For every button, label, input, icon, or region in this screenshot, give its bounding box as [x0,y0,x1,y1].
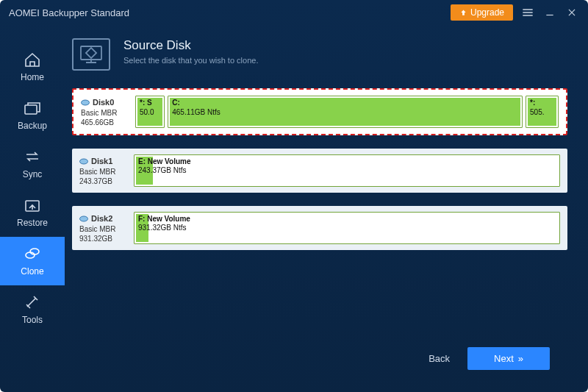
partition-label: *: [530,99,554,108]
footer: Back Next » [72,337,567,382]
disk-size: 931.32GB [79,234,126,244]
sidebar-item-clone[interactable]: Clone [0,237,65,285]
disk-scheme: Basic MBR [79,167,126,177]
next-button[interactable]: Next » [467,347,550,370]
disk-name-text: Disk2 [91,213,112,224]
disk-card-disk1[interactable]: Disk1Basic MBR243.37GBE: New Volume243.3… [72,149,567,193]
partition[interactable]: *:505. [526,96,559,128]
restore-icon [24,197,41,213]
tools-icon [24,294,41,310]
sidebar-item-restore[interactable]: Restore [0,188,65,237]
partition-detail: 465.11GB Ntfs [172,108,518,118]
main-panel: Source Disk Select the disk that you wis… [65,25,588,392]
disk-size: 243.37GB [79,177,126,187]
page-header: Source Disk Select the disk that you wis… [72,38,567,71]
sidebar-label: Clone [21,266,43,277]
svg-rect-5 [86,48,96,58]
disk-meta: Disk2Basic MBR931.32GB [79,212,126,244]
disk-scheme: Basic MBR [79,224,126,235]
svg-point-7 [80,159,88,164]
partition-row: *: S50.0C:465.11GB Ntfs*:505. [135,96,559,128]
partition-row: F: New Volume931.32GB Ntfs [134,212,560,244]
disk-card-disk2[interactable]: Disk2Basic MBR931.32GBF: New Volume931.3… [72,206,567,250]
svg-rect-0 [25,105,37,114]
partition-detail: 243.37GB Ntfs [138,166,556,176]
partition[interactable]: *: S50.0 [135,96,165,128]
sidebar-label: Sync [23,169,43,179]
app-window: AOMEI Backupper Standard Upgrade Home [0,0,588,392]
sidebar-item-home[interactable]: Home [0,43,65,91]
page-title: Source Disk [123,38,258,53]
partition[interactable]: E: New Volume243.37GB Ntfs [134,154,560,187]
partition-label: F: New Volume [138,215,556,224]
partition-label: *: S [140,99,160,108]
sidebar-item-tools[interactable]: Tools [0,285,65,334]
upgrade-icon [459,9,467,17]
disk-icon [81,99,90,106]
disk-meta: Disk0Basic MBR465.66GB [81,96,128,128]
sync-icon [24,149,41,165]
upgrade-button[interactable]: Upgrade [451,4,513,21]
partition-label: C: [172,99,518,108]
sidebar: Home Backup Sync Restore [0,25,65,392]
menu-icon[interactable] [520,5,535,20]
svg-point-8 [80,216,88,221]
body: Home Backup Sync Restore [0,25,588,392]
partition[interactable]: C:465.11GB Ntfs [168,96,523,128]
next-label: Next [494,353,514,364]
disk-list: Disk0Basic MBR465.66GB*: S50.0C:465.11GB… [72,88,567,337]
backup-icon [24,100,41,116]
disk-name-text: Disk0 [93,97,114,108]
disk-size: 465.66GB [81,118,128,128]
sidebar-label: Restore [17,218,48,228]
partition-row: E: New Volume243.37GB Ntfs [134,154,560,187]
disk-name-text: Disk1 [91,156,112,167]
app-title: AOMEI Backupper Standard [9,7,129,18]
disk-icon [79,215,88,222]
page-subtitle: Select the disk that you wish to clone. [123,56,258,65]
sidebar-label: Tools [22,315,43,325]
sidebar-label: Home [21,72,44,82]
header-texts: Source Disk Select the disk that you wis… [123,38,258,65]
svg-point-6 [82,100,90,105]
upgrade-label: Upgrade [470,7,504,18]
sidebar-item-sync[interactable]: Sync [0,140,65,188]
partition-detail: 931.32GB Ntfs [138,224,556,233]
home-icon [24,51,41,68]
sidebar-item-backup[interactable]: Backup [0,91,65,140]
partition-label: E: New Volume [138,157,556,167]
partition-detail: 505. [530,108,554,118]
titlebar: AOMEI Backupper Standard Upgrade [0,0,588,25]
partition[interactable]: F: New Volume931.32GB Ntfs [134,212,560,244]
partition-detail: 50.0 [140,108,160,118]
close-button[interactable] [564,5,579,20]
clone-icon [24,246,41,262]
minimize-button[interactable] [542,5,557,20]
disk-card-disk0[interactable]: Disk0Basic MBR465.66GB*: S50.0C:465.11GB… [72,88,567,135]
sidebar-label: Backup [18,121,47,131]
source-disk-icon [72,38,110,71]
disk-icon [79,158,88,165]
disk-scheme: Basic MBR [81,108,128,118]
chevron-right-icon: » [518,353,523,364]
disk-meta: Disk1Basic MBR243.37GB [79,154,126,187]
back-button[interactable]: Back [429,353,450,364]
